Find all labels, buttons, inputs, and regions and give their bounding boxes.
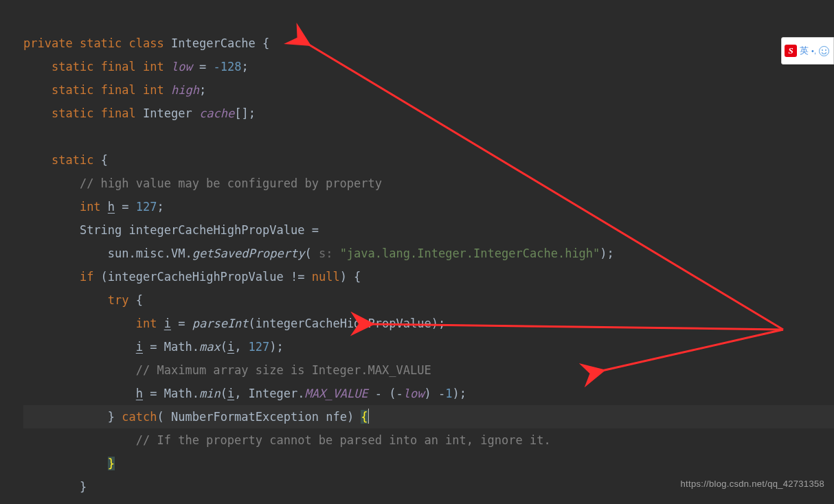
code-line: // high value may be configured by prope… [23,176,382,190]
text-caret [368,409,369,424]
code-line: static { [23,153,108,167]
code-line: // Maximum array size is Integer.MAX_VAL… [23,363,431,377]
code-line: int i = parseInt(integerCacheHighPropVal… [23,317,445,330]
ime-logo-icon: S [785,45,797,57]
ime-punct-indicator[interactable]: •, [811,39,816,62]
code-line: private static class IntegerCache { [23,36,269,50]
code-line: try { [23,293,143,307]
code-line: i = Math.max(i, 127); [23,340,284,354]
code-line: h = Math.min(i, Integer.MAX_VALUE - (-lo… [23,387,466,400]
code-line: static final Integer cache[]; [23,106,256,120]
code-line: } [23,457,115,470]
code-line: // If the property cannot be parsed into… [23,433,551,447]
ime-language-indicator[interactable]: 英 [800,39,809,62]
code-editor[interactable]: private static class IntegerCache { stat… [0,0,834,504]
code-line: static final int high; [23,83,206,97]
code-line: int h = 127; [23,200,164,214]
code-line: if (integerCacheHighPropValue != null) { [23,270,361,284]
ime-emoji-icon[interactable] [819,46,829,56]
watermark-text: https://blog.csdn.net/qq_42731358 [681,472,824,496]
code-line [23,130,30,144]
code-line: } [23,480,87,494]
code-line: String integerCacheHighPropValue = [23,223,319,237]
code-line: static final int low = -128; [23,60,249,73]
code-line: sun.misc.VM.getSavedProperty( s: "java.l… [23,247,614,260]
code-line-active: } catch( NumberFormatException nfe) { [23,405,834,428]
ime-toolbar[interactable]: S 英 •, [781,37,834,65]
